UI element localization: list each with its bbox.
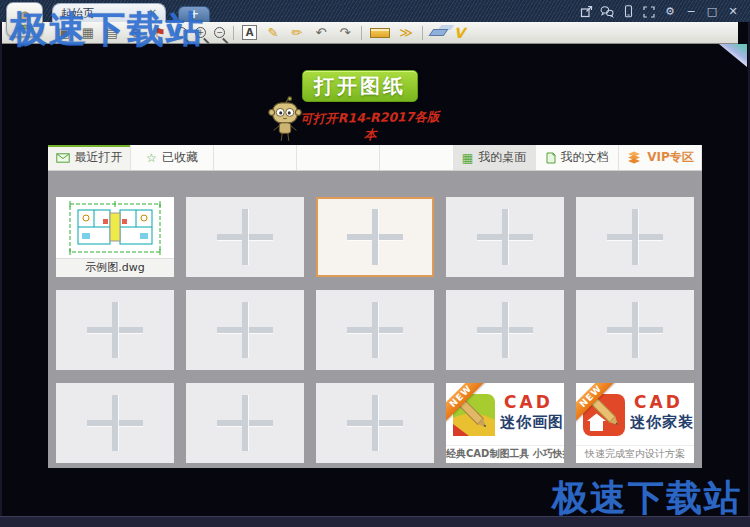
tab-vip-zone-label: VIP专区	[647, 149, 694, 166]
text-tool-icon[interactable]: A	[242, 25, 257, 40]
version-support-note: 可打开R14-R2017各版本	[295, 109, 446, 146]
close-button[interactable]: ✕	[726, 5, 740, 19]
empty-slot-plus[interactable]	[316, 383, 434, 463]
zoom-out-icon[interactable]: −	[214, 27, 225, 38]
share-icon[interactable]	[579, 5, 593, 19]
star-icon: ☆	[146, 152, 157, 164]
tab-my-desktop[interactable]: ▦ 我的桌面	[453, 145, 536, 170]
promo-tile-cad-mini-home[interactable]: NEW CAD 迷你家装 快速完成室内设计方案	[576, 383, 694, 463]
recent-files-grid: 示例图.dwg NEW	[48, 170, 702, 468]
toolbar-separator	[361, 26, 362, 40]
empty-slot-plus[interactable]	[446, 197, 564, 277]
dwg-thumbnail	[56, 197, 174, 259]
maximize-button[interactable]: □	[705, 5, 719, 19]
pencil-tool-icon[interactable]: ✎	[265, 23, 281, 43]
promo-product-text: 迷你家装	[630, 413, 694, 432]
corner-promo-curl[interactable]	[719, 44, 747, 67]
empty-slot-plus[interactable]	[576, 197, 694, 277]
toolbar-separator	[422, 26, 423, 40]
toolbar-separator	[233, 26, 234, 40]
tab-my-desktop-label: 我的桌面	[478, 149, 526, 166]
empty-slot-plus[interactable]	[316, 290, 434, 370]
measure-continuous-icon[interactable]: ≫	[398, 23, 414, 43]
promo-brand-text: CAD	[634, 392, 683, 412]
mascot-doodle	[266, 96, 304, 148]
redo-icon[interactable]: ↷	[337, 23, 353, 43]
empty-slot-plus[interactable]	[576, 290, 694, 370]
promo-product-text: 迷你画图	[500, 413, 564, 432]
empty-slot-plus[interactable]	[56, 290, 174, 370]
app-window: 起始页 ✕ + ⚙ ─ □ ✕ ▣ ▦ ▤ ⊕ ⚑	[0, 0, 750, 527]
undo-icon[interactable]: ↶	[313, 23, 329, 43]
watermark-top: 极速下载站	[10, 5, 205, 55]
tab-my-documents[interactable]: 我的文档	[536, 145, 619, 170]
empty-slot-plus-highlighted[interactable]	[316, 197, 434, 277]
file-panel: 最近打开 ☆ 已收藏 ▦ 我的桌面 我的文档	[48, 145, 702, 468]
window-border-left	[0, 22, 2, 527]
tab-my-documents-label: 我的文档	[561, 149, 609, 166]
promo-caption: 经典CAD制图工具 小巧快捷	[446, 445, 564, 463]
layers-icon[interactable]	[429, 29, 449, 36]
minimize-button[interactable]: ─	[684, 5, 698, 19]
vip-v-icon[interactable]: V	[454, 25, 465, 41]
window-controls: ⚙ ─ □ ✕	[579, 4, 740, 19]
tab-recently-opened-label: 最近打开	[75, 149, 123, 166]
mobile-icon[interactable]	[621, 5, 635, 19]
promo-caption: 快速完成室内设计方案	[576, 445, 694, 463]
file-name-label: 示例图.dwg	[56, 258, 174, 277]
empty-slot-plus[interactable]	[186, 290, 304, 370]
tab-favorites-label: 已收藏	[162, 149, 198, 166]
panel-tab-empty	[214, 145, 297, 170]
file-card-example-dwg[interactable]: 示例图.dwg	[56, 197, 174, 277]
envelope-icon	[56, 153, 70, 163]
panel-tabbar: 最近打开 ☆ 已收藏 ▦ 我的桌面 我的文档	[48, 145, 702, 171]
wechat-share-icon[interactable]	[600, 5, 614, 19]
empty-slot-plus[interactable]	[186, 197, 304, 277]
promo-brand-text: CAD	[504, 392, 553, 412]
fullscreen-icon[interactable]	[642, 5, 656, 19]
open-drawing-button[interactable]: 打开图纸	[302, 70, 418, 102]
empty-slot-plus[interactable]	[56, 383, 174, 463]
tab-favorites[interactable]: ☆ 已收藏	[131, 145, 214, 170]
tab-vip-zone[interactable]: VIP专区	[619, 145, 702, 170]
desktop-grid-icon: ▦	[462, 152, 473, 164]
tab-recently-opened[interactable]: 最近打开	[48, 145, 131, 170]
promo-tile-cad-mini-draw[interactable]: NEW CAD 迷你画图 经典CAD制图工具 小巧快	[446, 383, 564, 463]
vip-badge-icon	[626, 151, 642, 164]
settings-gear-icon[interactable]: ⚙	[663, 5, 677, 19]
panel-tab-spacer	[380, 145, 453, 170]
watermark-bottom: 极速下载站	[552, 474, 742, 523]
empty-slot-plus[interactable]	[446, 290, 564, 370]
document-icon	[546, 152, 556, 164]
panel-tab-empty	[297, 145, 380, 170]
empty-slot-plus[interactable]	[186, 383, 304, 463]
measure-distance-icon[interactable]	[370, 28, 390, 38]
marker-tool-icon[interactable]: ✏	[289, 23, 305, 43]
